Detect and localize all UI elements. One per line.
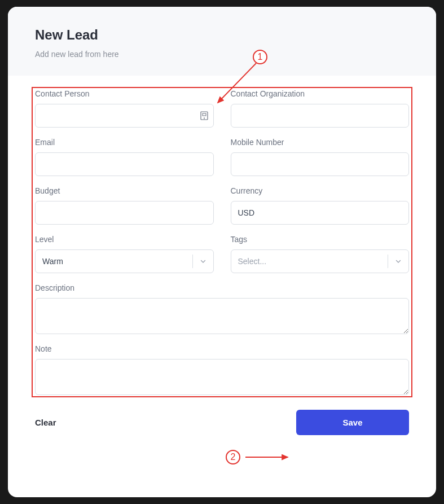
tags-label: Tags [231,235,410,244]
tags-select[interactable]: Select... [231,249,410,273]
clear-button[interactable]: Clear [35,418,56,427]
note-textarea[interactable] [35,359,409,395]
modal-footer: Clear Save [8,398,436,449]
budget-input[interactable] [35,201,214,225]
mobile-number-input[interactable] [231,152,410,176]
contact-person-input[interactable] [35,104,214,128]
level-select-value: Warm [36,257,192,266]
level-select[interactable]: Warm [35,249,214,273]
description-textarea[interactable] [35,298,409,334]
chevron-down-icon [388,257,408,265]
modal-header: New Lead Add new lead from here [8,7,436,76]
contact-person-label: Contact Person [35,89,214,98]
new-lead-modal: New Lead Add new lead from here Contact … [8,7,436,497]
email-input[interactable] [35,152,214,176]
form-area: Contact Person Contact Organization Emai… [35,89,409,395]
mobile-number-label: Mobile Number [231,138,410,147]
chevron-down-icon [193,257,213,265]
modal-title: New Lead [35,27,409,43]
budget-label: Budget [35,186,214,195]
contact-organization-label: Contact Organization [231,89,410,98]
contact-organization-input[interactable] [231,104,410,128]
tags-select-placeholder: Select... [231,257,388,266]
modal-body: Contact Person Contact Organization Emai… [8,76,436,395]
modal-subtitle: Add new lead from here [35,50,409,59]
email-label: Email [35,138,214,147]
description-label: Description [35,283,409,292]
note-label: Note [35,344,409,353]
save-button[interactable]: Save [296,410,409,435]
currency-input[interactable] [231,201,410,225]
level-label: Level [35,235,214,244]
currency-label: Currency [231,186,410,195]
